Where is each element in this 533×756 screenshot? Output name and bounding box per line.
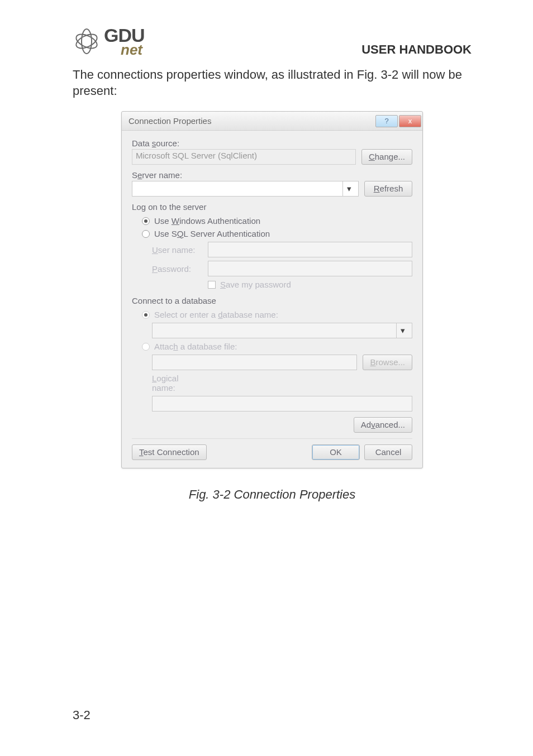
close-icon: x [408,117,412,125]
close-button[interactable]: x [399,115,421,127]
password-row: Password: [152,261,412,276]
handbook-title: USER HANDBOOK [361,42,472,57]
db-attach-radio: Attach a database file: [142,342,412,351]
sql-auth-fields: User name: Password: Save my password [142,242,412,289]
data-source-value: Microsoft SQL Server (SqlClient) [132,149,356,165]
divider [132,438,412,439]
auth-windows-radio[interactable]: Use Windows Authentication [142,216,412,226]
change-button[interactable]: Change... [361,149,412,165]
save-password-check: Save my password [152,280,412,289]
username-input [208,242,412,257]
advanced-row: Advanced... [132,417,412,433]
chevron-down-icon: ▾ [396,323,408,338]
logical-name-input-row [142,396,412,412]
logon-group: Use Windows Authentication Use SQL Serve… [132,216,412,289]
checkbox-icon [208,281,216,289]
dialog-title: Connection Properties [129,116,211,126]
logo-mark-icon [73,26,101,56]
data-source-row: Microsoft SQL Server (SqlClient) Change.… [132,149,412,165]
refresh-button[interactable]: Refresh [364,181,412,197]
ok-button[interactable]: OK [312,444,360,460]
intro-paragraph: The connections properties window, as il… [73,67,472,99]
logical-name-row: Logical name: [142,374,412,393]
attach-file-row: Browse... [142,355,412,370]
help-button[interactable]: ? [375,115,398,127]
document-page: GDU net USER HANDBOOK The connections pr… [0,0,533,756]
test-connection-button[interactable]: Test Connection [132,444,207,460]
cancel-button[interactable]: Cancel [364,444,412,460]
db-name-combo: ▾ [152,323,412,338]
logo-text: GDU net [104,26,145,57]
connection-properties-dialog: Connection Properties ? x Data source: M… [121,111,423,468]
username-row: User name: [152,242,412,257]
password-input [208,261,412,276]
dialog-footer: Test Connection OK Cancel [132,444,412,460]
screenshot-wrapper: Connection Properties ? x Data source: M… [73,111,472,468]
check-label: Save my password [220,280,291,289]
chevron-down-icon: ▾ [342,181,355,196]
radio-label: Use Windows Authentication [154,216,260,226]
db-select-radio: Select or enter a database name: [142,310,412,319]
logo: GDU net [73,26,145,57]
data-source-label: Data source: [132,138,412,148]
logon-group-title: Log on to the server [132,202,412,212]
browse-button: Browse... [363,355,412,370]
svg-point-1 [74,31,99,51]
connect-db-group: Select or enter a database name: ▾ Attac… [132,310,412,412]
svg-point-2 [82,29,92,54]
server-name-label: Server name: [132,170,412,180]
radio-label: Use SQL Server Authentication [154,229,270,238]
server-name-combo[interactable]: ▾ [132,181,359,197]
server-name-row: ▾ Refresh [132,181,412,197]
page-number: 3-2 [73,708,91,722]
radio-label: Attach a database file: [154,342,237,351]
db-name-row: ▾ [142,323,412,338]
radio-icon [142,230,150,238]
radio-label: Select or enter a database name: [154,310,278,319]
password-label: Password: [152,264,202,274]
logical-name-label: Logical name: [152,374,202,393]
dialog-titlebar: Connection Properties ? x [122,112,422,131]
help-icon: ? [384,117,388,125]
username-label: User name: [152,245,202,255]
page-header: GDU net USER HANDBOOK [73,17,472,57]
radio-icon [142,217,150,225]
window-controls: ? x [375,115,422,127]
auth-sql-radio[interactable]: Use SQL Server Authentication [142,229,412,238]
connect-db-title: Connect to a database [132,296,412,305]
logo-net: net [121,42,145,57]
attach-file-input [152,355,357,370]
figure-caption: Fig. 3-2 Connection Properties [73,487,472,502]
advanced-button[interactable]: Advanced... [354,417,412,433]
radio-icon [142,311,150,319]
logical-name-input [152,396,412,412]
dialog-body: Data source: Microsoft SQL Server (SqlCl… [122,131,422,468]
radio-icon [142,343,150,351]
